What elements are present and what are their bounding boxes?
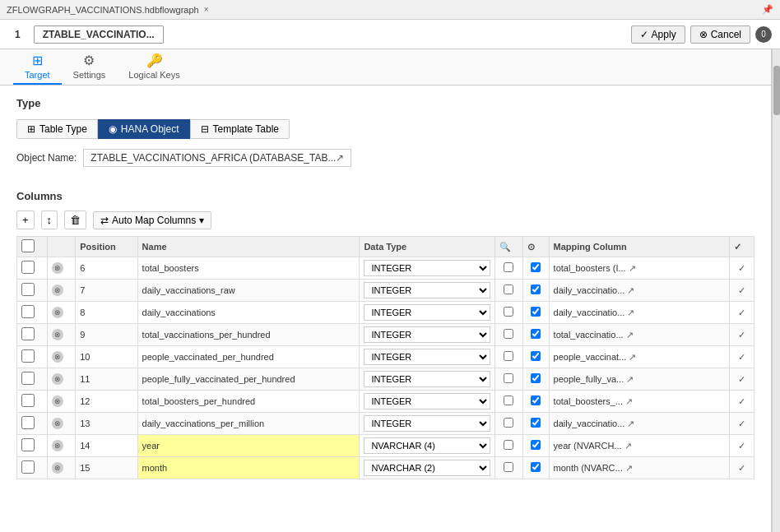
row-circle-checkbox[interactable] xyxy=(531,440,541,450)
row-checkbox[interactable] xyxy=(21,349,35,363)
row-filter-checkbox[interactable] xyxy=(504,396,513,405)
row-datatype-select[interactable]: NVARCHAR (2) xyxy=(364,460,490,476)
settings-tab-icon: ⚙ xyxy=(83,53,95,68)
row-filter-checkbox[interactable] xyxy=(504,462,513,472)
add-column-button[interactable]: + xyxy=(16,210,35,229)
row-filter-checkbox[interactable] xyxy=(504,262,513,272)
row-delete-button[interactable]: ⊗ xyxy=(52,462,63,474)
main-content: ⊞ Target ⚙ Settings 🔑 Logical Keys Type … xyxy=(0,49,780,532)
row-circle-checkbox[interactable] xyxy=(531,285,541,294)
object-name-label: Object Name: xyxy=(16,152,77,164)
row-circle-checkbox[interactable] xyxy=(531,329,541,339)
hana-object-button[interactable]: ◉ HANA Object xyxy=(98,119,190,139)
apply-button[interactable]: ✓ Apply xyxy=(631,25,685,44)
row-delete-button[interactable]: ⊗ xyxy=(52,329,63,340)
mapping-link-icon[interactable]: ↗ xyxy=(626,330,634,340)
sort-column-button[interactable]: ↕ xyxy=(41,210,58,229)
row-datatype-select[interactable]: INTEGER xyxy=(364,326,490,343)
object-name-link-icon[interactable]: ↗ xyxy=(336,152,344,164)
table-row: ⊗8daily_vaccinationsINTEGERdaily_vaccina… xyxy=(17,302,754,324)
row-filter-checkbox[interactable] xyxy=(504,373,513,383)
delete-column-button[interactable]: 🗑 xyxy=(64,210,86,229)
row-datatype-select[interactable]: INTEGER xyxy=(364,304,490,321)
table-type-button[interactable]: ⊞ Table Type xyxy=(16,119,98,139)
scrollbar-thumb[interactable] xyxy=(773,66,780,115)
tab-settings[interactable]: ⚙ Settings xyxy=(62,49,118,85)
mapping-col-text: total_boosters_... xyxy=(554,396,623,406)
toolbar: 1 ZTABLE_VACCINATIO... ✓ Apply ⊗ Cancel … xyxy=(0,20,780,49)
row-filter-checkbox[interactable] xyxy=(504,351,513,361)
row-delete-button[interactable]: ⊗ xyxy=(52,285,63,296)
type-buttons: ⊞ Table Type ◉ HANA Object ⊟ Template Ta… xyxy=(16,119,754,139)
row-checkbox[interactable] xyxy=(21,261,35,274)
row-delete-button[interactable]: ⊗ xyxy=(52,418,63,429)
mapping-link-icon[interactable]: ↗ xyxy=(625,463,633,474)
row-checkbox[interactable] xyxy=(21,305,35,318)
row-checkbox[interactable] xyxy=(21,438,35,451)
row-check-col: ✓ xyxy=(729,435,754,457)
row-circle-checkbox[interactable] xyxy=(531,396,541,405)
row-datatype: INTEGER xyxy=(360,391,494,413)
row-filter-checkbox[interactable] xyxy=(504,440,513,450)
mapping-link-icon[interactable]: ↗ xyxy=(627,419,634,429)
tab-target[interactable]: ⊞ Target xyxy=(13,49,62,85)
row-datatype-select[interactable]: NVARCHAR (4) xyxy=(364,437,490,454)
row-circle-checkbox[interactable] xyxy=(531,307,541,317)
tab-logical-keys[interactable]: 🔑 Logical Keys xyxy=(117,49,191,85)
template-table-button[interactable]: ⊟ Template Table xyxy=(190,119,290,139)
row-checkbox[interactable] xyxy=(21,394,35,407)
mapping-link-icon[interactable]: ↗ xyxy=(629,263,636,274)
mapping-link-icon[interactable]: ↗ xyxy=(629,352,636,363)
delete-icon: 🗑 xyxy=(70,214,81,226)
row-circle-checkbox[interactable] xyxy=(531,351,541,361)
mapping-col-text: daily_vaccinatio... xyxy=(554,308,625,317)
header-datatype-col: Data Type xyxy=(360,237,494,257)
header-position-col: Position xyxy=(76,237,137,257)
row-delete-button[interactable]: ⊗ xyxy=(52,440,63,451)
row-circle-checkbox[interactable] xyxy=(531,462,541,472)
row-datatype-select[interactable]: INTEGER xyxy=(364,393,490,409)
row-datatype: INTEGER xyxy=(360,302,494,324)
settings-tab-label: Settings xyxy=(73,70,106,80)
row-delete-button[interactable]: ⊗ xyxy=(52,262,63,274)
row-name: year xyxy=(137,435,360,457)
auto-map-button[interactable]: ⇄ Auto Map Columns ▾ xyxy=(93,211,211,229)
row-datatype-select[interactable]: INTEGER xyxy=(364,349,490,365)
row-filter-checkbox[interactable] xyxy=(504,418,513,428)
row-delete-button[interactable]: ⊗ xyxy=(52,351,63,363)
row-filter-checkbox[interactable] xyxy=(504,307,513,317)
row-datatype-select[interactable]: INTEGER xyxy=(364,260,490,276)
mapping-link-icon[interactable]: ↗ xyxy=(626,374,634,385)
row-datatype-select[interactable]: INTEGER xyxy=(364,415,490,432)
mapping-link-icon[interactable]: ↗ xyxy=(625,396,633,407)
mapping-link-icon[interactable]: ↗ xyxy=(627,308,634,318)
row-checkbox[interactable] xyxy=(21,283,35,296)
row-filter-checkbox[interactable] xyxy=(504,329,513,339)
row-delete-button[interactable]: ⊗ xyxy=(52,307,63,318)
row-filter-checkbox[interactable] xyxy=(504,285,513,294)
row-datatype-select[interactable]: INTEGER xyxy=(364,371,490,387)
close-tab-icon[interactable]: × xyxy=(204,5,209,14)
row-delete-button[interactable]: ⊗ xyxy=(52,396,63,407)
select-all-checkbox[interactable] xyxy=(21,239,35,252)
row-circle-checkbox[interactable] xyxy=(531,418,541,428)
row-datatype-select[interactable]: INTEGER xyxy=(364,282,490,298)
main-panel: ⊞ Target ⚙ Settings 🔑 Logical Keys Type … xyxy=(0,49,772,532)
mapping-link-icon[interactable]: ↗ xyxy=(624,441,632,451)
row-delete-button[interactable]: ⊗ xyxy=(52,373,63,385)
row-circle-checkbox[interactable] xyxy=(531,373,541,383)
cancel-button[interactable]: ⊗ Cancel xyxy=(690,25,750,44)
row-circle-checkbox[interactable] xyxy=(531,262,541,272)
scrollbar-track[interactable] xyxy=(772,49,780,532)
table-row: ⊗9total_vaccinations_per_hundredINTEGERt… xyxy=(17,324,754,346)
table-row: ⊗13daily_vaccinations_per_millionINTEGER… xyxy=(17,413,754,435)
row-datatype: NVARCHAR (2) xyxy=(360,457,494,479)
row-checkbox[interactable] xyxy=(21,416,35,429)
columns-body: ⊗6total_boostersINTEGERtotal_boosters (I… xyxy=(17,257,754,479)
check-all-icon: ✓ xyxy=(734,242,741,252)
row-checkbox[interactable] xyxy=(21,327,35,340)
row-position: 13 xyxy=(76,413,137,435)
row-checkbox[interactable] xyxy=(21,372,35,385)
mapping-link-icon[interactable]: ↗ xyxy=(627,285,634,296)
row-checkbox[interactable] xyxy=(21,460,35,474)
